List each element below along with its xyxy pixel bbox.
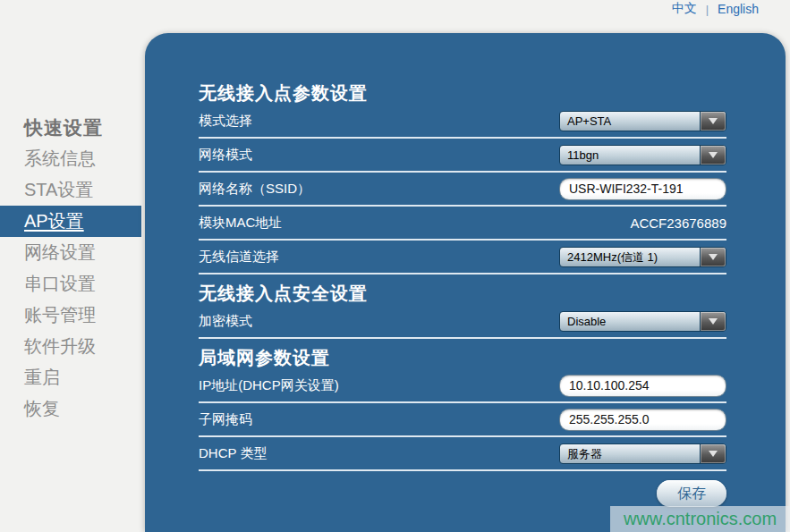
row-network-mode: 网络模式 11bgn [199, 139, 726, 173]
network-mode-label: 网络模式 [199, 147, 252, 164]
ssid-label: 网络名称（SSID） [199, 181, 310, 198]
sidebar-item-serial-settings[interactable]: 串口设置 [0, 268, 141, 300]
dhcp-type-label: DHCP 类型 [199, 445, 267, 462]
dropdown-arrow-icon [700, 312, 726, 331]
sidebar-item-network-settings[interactable]: 网络设置 [0, 237, 141, 268]
mode-select-value: AP+STA [560, 112, 700, 131]
row-dhcp-type: DHCP 类型 服务器 [199, 437, 726, 471]
save-row: 保存 [199, 471, 726, 514]
row-mac-address: 模块MAC地址 ACCF23676889 [199, 207, 726, 241]
row-subnet-mask: 子网掩码 [199, 403, 726, 437]
row-mode: 模式选择 AP+STA [199, 105, 726, 139]
network-mode-select-value: 11bgn [560, 146, 700, 165]
encryption-label: 加密模式 [199, 313, 252, 330]
subnet-mask-input[interactable] [559, 409, 726, 431]
ssid-input[interactable] [559, 178, 726, 200]
language-separator: | [706, 3, 709, 16]
mac-address-value: ACCF23676889 [630, 215, 726, 231]
save-button[interactable]: 保存 [657, 480, 726, 507]
channel-select-value: 2412MHz(信道 1) [560, 248, 700, 266]
sidebar-item-sta-settings[interactable]: STA设置 [0, 174, 141, 206]
row-encryption: 加密模式 Disable [199, 305, 726, 339]
sidebar-item-ap-settings[interactable]: AP设置 [0, 206, 141, 237]
ip-address-label: IP地址(DHCP网关设置) [199, 377, 339, 394]
sidebar-item-restore[interactable]: 恢复 [0, 393, 141, 425]
mac-address-label: 模块MAC地址 [199, 215, 282, 232]
encryption-select[interactable]: Disable [559, 311, 726, 332]
row-ip-address: IP地址(DHCP网关设置) [199, 369, 726, 403]
language-switcher: 中文 | English [672, 1, 759, 17]
dropdown-arrow-icon [700, 444, 726, 463]
mode-label: 模式选择 [199, 113, 252, 130]
dhcp-type-select[interactable]: 服务器 [559, 443, 726, 464]
settings-panel: 无线接入点参数设置 模式选择 AP+STA 网络模式 11bgn 网络名称（SS… [145, 33, 786, 532]
section-title-ap-params: 无线接入点参数设置 [199, 81, 726, 105]
row-ssid: 网络名称（SSID） [199, 173, 726, 207]
channel-label: 无线信道选择 [199, 249, 279, 266]
dropdown-arrow-icon [700, 248, 726, 266]
sidebar-item-firmware-upgrade[interactable]: 软件升级 [0, 331, 141, 362]
sidebar-item-account-management[interactable]: 账号管理 [0, 300, 141, 331]
sidebar-item-restart[interactable]: 重启 [0, 362, 141, 393]
network-mode-select[interactable]: 11bgn [559, 145, 726, 165]
row-channel: 无线信道选择 2412MHz(信道 1) [199, 241, 726, 274]
page: 中文 | English 快速设置 系统信息 STA设置 AP设置 网络设置 串… [0, 0, 790, 532]
section-title-lan-params: 局域网参数设置 [199, 346, 726, 369]
mode-select[interactable]: AP+STA [559, 111, 726, 131]
subnet-mask-label: 子网掩码 [199, 411, 252, 428]
lang-english-link[interactable]: English [718, 2, 759, 16]
encryption-select-value: Disable [560, 312, 700, 331]
sidebar-item-quick-setup[interactable]: 快速设置 [0, 112, 141, 143]
channel-select[interactable]: 2412MHz(信道 1) [559, 247, 726, 267]
dropdown-arrow-icon [700, 146, 726, 165]
sidebar-nav: 快速设置 系统信息 STA设置 AP设置 网络设置 串口设置 账号管理 软件升级… [0, 112, 141, 425]
ip-address-input[interactable] [559, 375, 726, 397]
settings-form: 无线接入点参数设置 模式选择 AP+STA 网络模式 11bgn 网络名称（SS… [145, 33, 786, 514]
sidebar-item-system-info[interactable]: 系统信息 [0, 143, 141, 174]
section-title-ap-security: 无线接入点安全设置 [199, 282, 726, 305]
lang-chinese-link[interactable]: 中文 [672, 1, 697, 17]
dropdown-arrow-icon [700, 112, 726, 131]
dhcp-type-select-value: 服务器 [560, 444, 700, 463]
